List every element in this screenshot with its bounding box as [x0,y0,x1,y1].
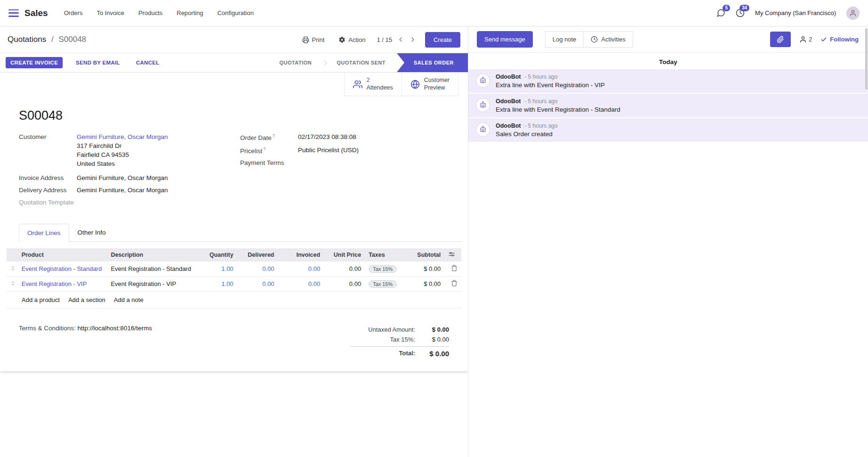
delivery-address-value[interactable]: Gemini Furniture, Oscar Morgan [77,187,168,194]
odoobot-avatar [476,73,490,88]
pricelist-value[interactable]: Public Pricelist (USD) [298,147,359,155]
message-author[interactable]: OdooBot [496,73,521,80]
add-section-link[interactable]: Add a section [68,296,105,303]
menu-configuration[interactable]: Configuration [217,9,254,16]
user-avatar[interactable] [846,7,860,20]
help-icon: ? [263,147,265,151]
message-body: Extra line with Event Registration - VIP [496,82,605,89]
invoiced-cell[interactable]: 0.00 [278,261,324,277]
invoice-address-value[interactable]: Gemini Furniture, Oscar Morgan [77,174,168,181]
breadcrumb-quotations[interactable]: Quotations [8,35,46,44]
attendees-button[interactable]: 2 Attendees [344,73,402,96]
invoiced-cell[interactable]: 0.00 [278,277,324,292]
button-box: 2 Attendees Customer Preview [7,73,461,96]
add-product-link[interactable]: Add a product [22,296,60,303]
column-delivered[interactable]: Delivered [237,248,278,261]
quantity-cell[interactable]: 1.00 [201,261,237,277]
paperclip-icon [777,36,784,43]
scrollbar-thumb[interactable] [865,28,868,90]
delete-row-button[interactable] [451,265,458,273]
add-note-link[interactable]: Add a note [114,296,144,303]
column-unit-price[interactable]: Unit Price [324,248,365,261]
column-product[interactable]: Product [18,248,107,261]
tax-badge[interactable]: Tax 15% [369,280,397,288]
column-description[interactable]: Description [107,248,201,261]
send-by-email-button[interactable]: SEND BY EMAIL [73,59,123,66]
quantity-cell[interactable]: 1.00 [201,277,237,292]
tab-order-lines[interactable]: Order Lines [19,224,69,242]
description-cell[interactable]: Event Registration - Standard [107,261,201,277]
messages-menu-button[interactable]: 5 [716,8,725,17]
status-steps: QUOTATION QUOTATION SENT SALES ORDER [268,53,468,72]
column-quantity[interactable]: Quantity [201,248,237,261]
unit-price-cell[interactable]: 0.00 [324,261,365,277]
step-sales-order[interactable]: SALES ORDER [397,53,468,72]
delete-row-button[interactable] [451,280,458,288]
customer-preview-button[interactable]: Customer Preview [402,73,458,96]
chevron-right-icon [409,36,417,43]
customer-label: Customer [19,133,77,169]
action-button[interactable]: Action [336,36,368,44]
globe-icon [410,80,420,89]
message-author[interactable]: OdooBot [496,122,521,129]
form-sheet: 2 Attendees Customer Preview S0 [0,73,468,371]
step-quotation[interactable]: QUOTATION [268,53,323,72]
activities-menu-button[interactable]: 34 [736,8,745,17]
optional-columns-button[interactable] [444,248,461,261]
following-toggle[interactable]: Following [820,36,859,43]
menu-orders[interactable]: Orders [64,9,83,16]
chevron-left-icon [397,36,404,43]
attach-file-button[interactable] [770,32,791,47]
pager-previous-button[interactable] [397,36,404,43]
step-quotation-sent[interactable]: QUOTATION SENT [325,53,397,72]
message-item: OdooBot - 5 hours ago Sales Order create… [468,118,868,142]
app-brand[interactable]: Sales [24,8,48,18]
send-message-button[interactable]: Send message [477,31,533,48]
message-item: OdooBot - 5 hours ago Extra line with Ev… [468,94,868,117]
untaxed-amount-value: $ 0.00 [422,326,449,333]
chatter-panel: Send message Log note Activities 2 [468,26,868,457]
chatter-scrollbar[interactable] [865,26,868,457]
menu-products[interactable]: Products [138,9,162,16]
print-button[interactable]: Print [299,36,328,44]
terms-and-conditions: Terms & Conditions: http://localhost:801… [19,325,152,359]
create-invoice-button[interactable]: CREATE INVOICE [6,57,63,68]
product-link[interactable]: Event Registration - VIP [22,280,87,287]
product-link[interactable]: Event Registration - Standard [22,265,102,272]
preview-label-line2: Preview [424,84,450,92]
delivered-cell[interactable]: 0.00 [237,277,278,292]
activities-button[interactable]: Activities [584,31,633,48]
tab-other-info[interactable]: Other Info [69,223,114,241]
create-button[interactable]: Create [425,32,460,48]
column-invoiced[interactable]: Invoiced [278,248,324,261]
message-author[interactable]: OdooBot [496,98,521,105]
company-switcher[interactable]: My Company (San Francisco) [755,9,836,16]
drag-handle-icon[interactable] [10,280,16,287]
clock-icon [591,36,598,43]
menu-reporting[interactable]: Reporting [177,9,203,16]
terms-link[interactable]: http://localhost:8016/terms [78,325,152,332]
customer-link[interactable]: Gemini Furniture, Oscar Morgan [77,133,168,140]
description-cell[interactable]: Event Registration - VIP [107,277,201,292]
apps-menu-icon[interactable] [8,9,19,17]
table-footer-links: Add a product Add a section Add a note [7,292,461,309]
cancel-button[interactable]: CANCEL [133,59,162,66]
log-note-button[interactable]: Log note [545,31,584,48]
followers-count: 2 [809,36,812,43]
unit-price-cell[interactable]: 0.00 [324,277,365,292]
totals-block: Untaxed Amount: $ 0.00 Tax 15%: $ 0.00 T… [350,325,449,359]
users-icon [353,80,362,89]
followers-button[interactable]: 2 [799,36,812,43]
payment-terms-label: Payment Terms [240,159,298,166]
tax-badge[interactable]: Tax 15% [369,265,397,273]
menu-to-invoice[interactable]: To Invoice [96,9,124,16]
column-subtotal[interactable]: Subtotal [401,248,444,261]
pager-next-button[interactable] [409,36,417,43]
top-navbar: Sales Orders To Invoice Products Reporti… [0,0,868,26]
activities-count-badge: 34 [739,5,749,11]
order-date-value[interactable]: 02/17/2023 08:38:08 [298,133,356,141]
drag-handle-icon[interactable] [10,265,16,272]
delivery-address-label: Delivery Address [19,187,77,194]
column-taxes[interactable]: Taxes [365,248,401,261]
delivered-cell[interactable]: 0.00 [237,261,278,277]
